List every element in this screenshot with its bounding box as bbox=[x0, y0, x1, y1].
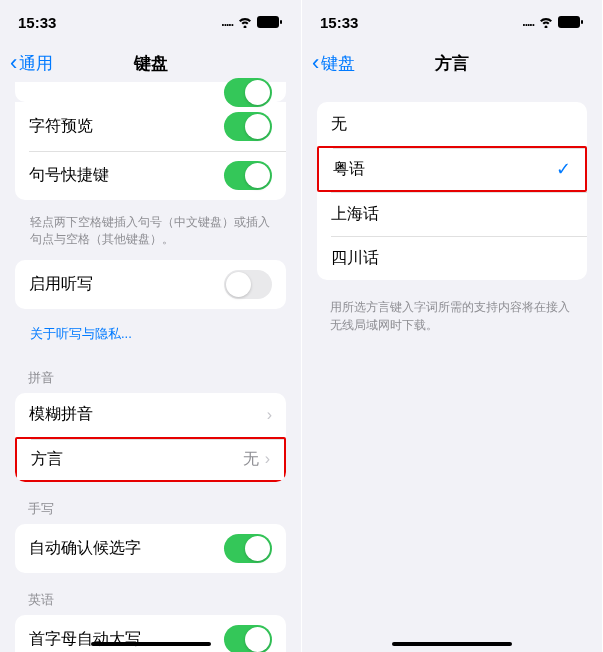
battery-icon bbox=[558, 16, 584, 28]
back-label: 键盘 bbox=[321, 52, 355, 75]
status-right: ..... bbox=[522, 15, 584, 29]
dictation-row[interactable]: 启用听写 bbox=[15, 260, 286, 309]
row-label: 模糊拼音 bbox=[29, 404, 267, 425]
status-bar: 15:33 ..... bbox=[302, 0, 602, 44]
home-indicator bbox=[392, 642, 512, 646]
back-button[interactable]: ‹ 键盘 bbox=[312, 52, 355, 75]
privacy-link[interactable]: 关于听写与隐私... bbox=[0, 319, 301, 361]
check-icon: ✓ bbox=[556, 158, 571, 180]
row-label: 句号快捷键 bbox=[29, 165, 224, 186]
row-label: 首字母自动大写 bbox=[29, 629, 224, 650]
svg-rect-3 bbox=[581, 20, 583, 24]
settings-group: 首字母自动大写 检查拼写 输入预测 滑行键入时逐词删除 bbox=[15, 615, 286, 652]
row-label: 自动确认候选字 bbox=[29, 538, 224, 559]
toggle-switch[interactable] bbox=[224, 270, 272, 299]
row-label: 启用听写 bbox=[29, 274, 224, 295]
cellular-icon: ..... bbox=[221, 15, 233, 29]
option-sichuan[interactable]: 四川话 bbox=[317, 236, 587, 280]
section-header: 手写 bbox=[0, 492, 301, 524]
section-header: 英语 bbox=[0, 583, 301, 615]
footer-text: 轻点两下空格键插入句号（中文键盘）或插入句点与空格（其他键盘）。 bbox=[0, 210, 301, 260]
row-label: 粤语 bbox=[333, 159, 556, 180]
status-bar: 15:33 ..... bbox=[0, 0, 301, 44]
fuzzy-pinyin-row[interactable]: 模糊拼音 › bbox=[15, 393, 286, 437]
settings-group: 启用听写 bbox=[15, 260, 286, 309]
nav-bar: ‹ 通用 键盘 bbox=[0, 44, 301, 82]
dialect-options-group: 无 粤语 ✓ 上海话 四川话 bbox=[317, 102, 587, 280]
settings-group: 自动确认候选字 bbox=[15, 524, 286, 573]
auto-confirm-row[interactable]: 自动确认候选字 bbox=[15, 524, 286, 573]
status-time: 15:33 bbox=[320, 14, 358, 31]
chevron-left-icon: ‹ bbox=[10, 52, 17, 74]
toggle-switch[interactable] bbox=[224, 534, 272, 563]
option-shanghai[interactable]: 上海话 bbox=[317, 192, 587, 236]
status-right: ..... bbox=[221, 15, 283, 29]
chevron-right-icon: › bbox=[267, 406, 272, 424]
row-label: 四川话 bbox=[331, 248, 573, 269]
footer-text: 用所选方言键入字词所需的支持内容将在接入无线局域网时下载。 bbox=[302, 290, 602, 342]
option-cantonese[interactable]: 粤语 ✓ bbox=[317, 146, 587, 192]
cap-first-row[interactable]: 首字母自动大写 bbox=[15, 615, 286, 652]
chevron-left-icon: ‹ bbox=[312, 52, 319, 74]
svg-rect-2 bbox=[558, 16, 580, 28]
settings-group: 模糊拼音 › 方言 无 › bbox=[15, 393, 286, 482]
page-title: 键盘 bbox=[134, 52, 168, 75]
status-time: 15:33 bbox=[18, 14, 56, 31]
char-preview-row[interactable]: 字符预览 bbox=[15, 102, 286, 151]
toggle-switch[interactable] bbox=[224, 112, 272, 141]
truncated-row bbox=[15, 82, 286, 102]
battery-icon bbox=[257, 16, 283, 28]
toggle-switch[interactable] bbox=[224, 161, 272, 190]
back-button[interactable]: ‹ 通用 bbox=[10, 52, 53, 75]
page-title: 方言 bbox=[435, 52, 469, 75]
row-label: 字符预览 bbox=[29, 116, 224, 137]
toggle-switch[interactable] bbox=[224, 625, 272, 652]
section-header: 拼音 bbox=[0, 361, 301, 393]
home-indicator bbox=[91, 642, 211, 646]
row-label: 方言 bbox=[31, 449, 243, 470]
wifi-icon bbox=[237, 16, 253, 28]
row-label: 上海话 bbox=[331, 204, 573, 225]
svg-rect-1 bbox=[280, 20, 282, 24]
cellular-icon: ..... bbox=[522, 15, 534, 29]
chevron-right-icon: › bbox=[265, 450, 270, 468]
option-none[interactable]: 无 bbox=[317, 102, 587, 146]
row-label: 无 bbox=[331, 114, 573, 135]
svg-rect-0 bbox=[257, 16, 279, 28]
back-label: 通用 bbox=[19, 52, 53, 75]
wifi-icon bbox=[538, 16, 554, 28]
period-shortcut-row[interactable]: 句号快捷键 bbox=[15, 151, 286, 200]
row-value: 无 bbox=[243, 449, 259, 470]
dialect-row[interactable]: 方言 无 › bbox=[15, 437, 286, 482]
settings-group: 字符预览 句号快捷键 bbox=[15, 102, 286, 200]
nav-bar: ‹ 键盘 方言 bbox=[302, 44, 602, 82]
